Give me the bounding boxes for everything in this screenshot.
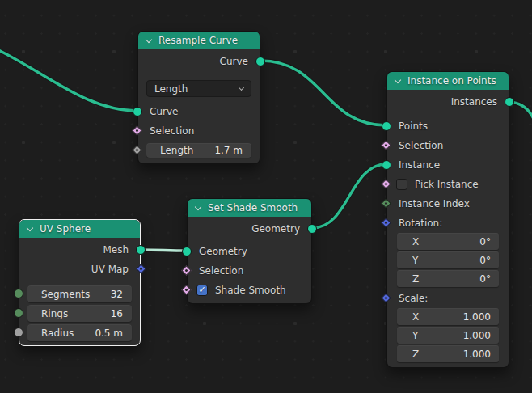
socket-rings-input[interactable] — [14, 308, 23, 318]
axis-label: Y — [412, 255, 418, 266]
wire-mesh-to-geometry-highlighted[interactable] — [141, 250, 187, 251]
input-label-selection: Selection — [199, 265, 243, 277]
field-label: Rings — [41, 308, 68, 319]
input-label-selection: Selection — [150, 125, 194, 137]
input-label-curve: Curve — [150, 106, 178, 117]
socket-points-input[interactable] — [382, 121, 391, 131]
scale-z-field[interactable]: Z 1.000 — [397, 345, 499, 362]
input-label-scale: Scale: — [399, 293, 428, 304]
collapse-chevron-icon[interactable] — [195, 203, 201, 209]
rotation-z-field[interactable]: Z 0° — [397, 270, 499, 287]
rotation-y-field[interactable]: Y 0° — [397, 251, 499, 268]
field-value: 16 — [111, 308, 123, 319]
node-editor-canvas[interactable]: Resample Curve Curve Length Curve Select… — [0, 0, 532, 393]
input-label-points: Points — [399, 120, 428, 132]
node-uv-sphere[interactable]: UV Sphere Mesh UV Map Segments 32 Rings … — [19, 219, 141, 346]
rotation-x-field[interactable]: X 0° — [397, 233, 499, 250]
node-header-uv-sphere[interactable]: UV Sphere — [19, 220, 140, 238]
output-label-curve: Curve — [220, 56, 248, 67]
field-value: 0.5 m — [95, 328, 123, 339]
collapse-chevron-icon[interactable] — [395, 76, 401, 82]
axis-value: 0° — [479, 273, 491, 285]
node-instance-on-points[interactable]: Instance on Points Instances Points Sele… — [386, 71, 509, 368]
socket-instances-output[interactable] — [505, 97, 514, 107]
node-title: Instance on Points — [407, 75, 496, 87]
output-label-geometry: Geometry — [251, 223, 300, 235]
socket-curve-input[interactable] — [133, 107, 142, 116]
rotation-vector-fields: X 0° Y 0° Z 0° — [397, 233, 499, 287]
rings-number-field[interactable]: Rings 16 — [27, 305, 132, 322]
field-label: Radius — [41, 328, 74, 339]
axis-label: Z — [412, 349, 419, 360]
output-label-mesh: Mesh — [103, 244, 129, 256]
socket-mesh-output[interactable] — [136, 245, 146, 255]
socket-segments-input[interactable] — [14, 289, 23, 298]
axis-value: 0° — [479, 236, 491, 247]
socket-geometry-input[interactable] — [182, 247, 192, 256]
mode-dropdown-value: Length — [154, 83, 188, 95]
node-title: Resample Curve — [158, 35, 238, 46]
segments-number-field[interactable]: Segments 32 — [27, 285, 132, 302]
axis-label: X — [412, 311, 419, 323]
output-label-uv-map: UV Map — [91, 264, 129, 275]
axis-value: 1.000 — [463, 349, 491, 360]
scale-y-field[interactable]: Y 1.000 — [397, 327, 499, 344]
wire-offscreen-to-resample-curve-input[interactable] — [0, 47, 137, 111]
wire-resample-curve-to-points[interactable] — [260, 61, 386, 125]
node-header-set-shade-smooth[interactable]: Set Shade Smooth — [188, 199, 311, 217]
axis-label: Z — [412, 273, 419, 285]
input-label-geometry: Geometry — [199, 246, 247, 257]
field-value: 32 — [111, 289, 123, 300]
node-set-shade-smooth[interactable]: Set Shade Smooth Geometry Geometry Selec… — [187, 198, 312, 304]
input-label-rotation: Rotation: — [399, 218, 442, 229]
axis-label: X — [412, 236, 419, 247]
radius-number-field[interactable]: Radius 0.5 m — [27, 324, 132, 341]
length-number-field[interactable]: Length 1.7 m — [146, 143, 251, 158]
node-header-instance-on-points[interactable]: Instance on Points — [387, 72, 509, 90]
node-resample-curve[interactable]: Resample Curve Curve Length Curve Select… — [137, 31, 260, 164]
axis-label: Y — [412, 330, 418, 341]
socket-instance-input[interactable] — [382, 160, 391, 170]
socket-curve-output[interactable] — [255, 57, 265, 66]
chevron-down-icon — [239, 85, 244, 91]
axis-value: 1.000 — [463, 330, 491, 341]
shade-smooth-checkbox[interactable]: ✓ — [196, 285, 208, 296]
scale-vector-fields: X 1.000 Y 1.000 Z 1.000 — [397, 308, 499, 362]
uv-sphere-fields: Segments 32 Rings 16 Radius 0.5 m — [27, 285, 132, 341]
axis-value: 1.000 — [463, 311, 491, 323]
collapse-chevron-icon[interactable] — [27, 224, 33, 230]
node-title: UV Sphere — [40, 223, 91, 235]
output-label-instances: Instances — [451, 96, 497, 108]
input-label-selection: Selection — [399, 140, 443, 151]
length-field-label: Length — [160, 145, 193, 156]
axis-value: 0° — [479, 255, 491, 266]
wire-shade-smooth-to-instance[interactable] — [312, 164, 386, 228]
node-header-resample-curve[interactable]: Resample Curve — [138, 32, 260, 49]
node-title: Set Shade Smooth — [208, 202, 298, 213]
input-label-shade-smooth: Shade Smooth — [215, 285, 286, 296]
input-label-instance-index: Instance Index — [399, 198, 470, 209]
input-label-pick-instance: Pick Instance — [415, 179, 479, 190]
socket-geometry-output[interactable] — [307, 224, 317, 234]
field-label: Segments — [41, 289, 90, 300]
socket-radius-input[interactable] — [14, 328, 23, 337]
collapse-chevron-icon[interactable] — [146, 36, 152, 42]
input-label-instance: Instance — [399, 159, 440, 171]
scale-x-field[interactable]: X 1.000 — [397, 308, 499, 325]
mode-dropdown[interactable]: Length — [146, 80, 251, 97]
pick-instance-checkbox[interactable] — [396, 179, 407, 190]
length-field-value: 1.7 m — [214, 145, 243, 156]
